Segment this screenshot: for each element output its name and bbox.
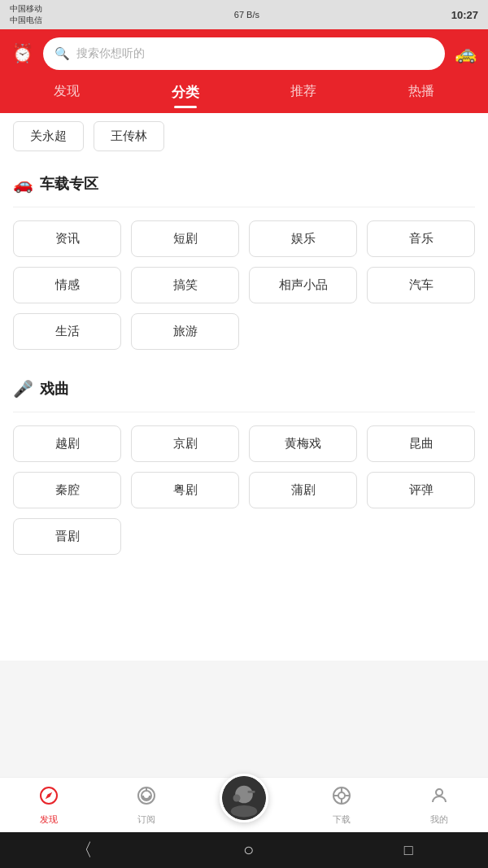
tab-discover[interactable]: 发现 [42, 78, 91, 107]
download-nav-label: 下载 [333, 813, 351, 826]
section-car-title: 车载专区 [40, 174, 98, 194]
tag-car-3[interactable]: 音乐 [367, 220, 475, 257]
android-back-btn[interactable]: 〈 [75, 838, 93, 862]
main-content: 关永超 王传林 🚗 车载专区 资讯 短剧 娱乐 音乐 情感 搞笑 相声小品 汽车… [0, 113, 488, 661]
android-recent-btn[interactable]: □ [404, 842, 413, 859]
subscribe-nav-icon [137, 786, 156, 810]
artist-chip-0[interactable]: 关永超 [13, 121, 84, 151]
android-home-btn[interactable]: ○ [243, 840, 254, 861]
artist-chip-1[interactable]: 王传林 [94, 121, 164, 151]
section-car: 🚗 车载专区 资讯 短剧 娱乐 音乐 情感 搞笑 相声小品 汽车 生活 旅游 [0, 163, 488, 361]
svg-rect-5 [248, 791, 255, 793]
section-opera-divider [13, 412, 475, 412]
search-bar[interactable]: 🔍 搜索你想听的 [43, 37, 445, 70]
mic-section-icon: 🎤 [13, 379, 33, 399]
tag-opera-2[interactable]: 黄梅戏 [249, 425, 357, 462]
tag-opera-8[interactable]: 晋剧 [13, 518, 121, 555]
car-icon[interactable]: 🚕 [455, 43, 477, 64]
carrier-secondary: 中国电信 [10, 15, 42, 26]
nav-tabs: 发现 分类 推荐 热播 [0, 78, 488, 113]
tag-car-9[interactable]: 旅游 [131, 313, 239, 350]
bottom-nav: 发现 订阅 [0, 777, 488, 832]
tag-car-7[interactable]: 汽车 [367, 267, 475, 303]
tag-opera-4[interactable]: 秦腔 [13, 472, 121, 508]
svg-point-4 [233, 794, 241, 801]
section-car-header: 🚗 车载专区 [13, 174, 475, 194]
tag-opera-1[interactable]: 京剧 [131, 425, 239, 462]
header: ⏰ 🔍 搜索你想听的 🚕 [0, 29, 488, 78]
nav-subscribe[interactable]: 订阅 [98, 786, 195, 826]
tag-car-5[interactable]: 搞笑 [131, 267, 239, 303]
section-opera-title: 戏曲 [40, 379, 69, 399]
tag-car-6[interactable]: 相声小品 [249, 267, 357, 303]
tag-car-4[interactable]: 情感 [13, 267, 121, 303]
nav-discover[interactable]: 发现 [0, 786, 98, 826]
tag-car-1[interactable]: 短剧 [131, 220, 239, 257]
tag-opera-0[interactable]: 越剧 [13, 425, 121, 462]
svg-point-7 [338, 792, 345, 799]
discover-nav-icon [39, 786, 59, 810]
nav-center[interactable] [195, 790, 293, 822]
clock-icon: ⏰ [11, 43, 33, 64]
tab-category[interactable]: 分类 [160, 78, 211, 107]
center-album-art [222, 776, 266, 820]
mine-nav-icon [429, 786, 449, 810]
svg-point-8 [436, 789, 442, 796]
carrier-primary: 中国移动 [10, 3, 42, 15]
section-divider [13, 207, 475, 207]
opera-tag-grid: 越剧 京剧 黄梅戏 昆曲 秦腔 粤剧 蒲剧 评弹 晋剧 [13, 425, 475, 555]
center-player-btn[interactable] [220, 774, 268, 822]
tag-opera-3[interactable]: 昆曲 [367, 425, 475, 462]
status-bar: 中国移动 中国电信 67 B/s 10:27 [0, 0, 488, 29]
tag-opera-7[interactable]: 评弹 [367, 472, 475, 508]
artists-row: 关永超 王传林 [0, 113, 488, 159]
network-speed: 67 B/s [234, 10, 259, 20]
search-placeholder-text: 搜索你想听的 [76, 46, 145, 61]
tab-hot[interactable]: 热播 [397, 78, 446, 107]
status-time: 10:27 [451, 9, 478, 21]
svg-point-3 [231, 805, 257, 817]
tag-car-2[interactable]: 娱乐 [249, 220, 357, 257]
download-nav-icon [332, 786, 351, 810]
android-nav-bar: 〈 ○ □ [0, 832, 488, 868]
tag-opera-6[interactable]: 蒲剧 [249, 472, 357, 508]
section-opera: 🎤 戏曲 越剧 京剧 黄梅戏 昆曲 秦腔 粤剧 蒲剧 评弹 晋剧 [0, 368, 488, 566]
tag-car-0[interactable]: 资讯 [13, 220, 121, 257]
tag-car-8[interactable]: 生活 [13, 313, 121, 350]
nav-mine[interactable]: 我的 [390, 786, 488, 826]
nav-download[interactable]: 下载 [293, 786, 390, 826]
section-opera-header: 🎤 戏曲 [13, 379, 475, 399]
discover-nav-label: 发现 [40, 813, 58, 826]
subscribe-nav-label: 订阅 [137, 813, 155, 826]
mine-nav-label: 我的 [430, 813, 448, 826]
tab-recommend[interactable]: 推荐 [279, 78, 328, 107]
search-icon: 🔍 [54, 46, 70, 61]
car-tag-grid: 资讯 短剧 娱乐 音乐 情感 搞笑 相声小品 汽车 生活 旅游 [13, 220, 475, 350]
tag-opera-5[interactable]: 粤剧 [131, 472, 239, 508]
car-section-icon: 🚗 [13, 174, 33, 194]
